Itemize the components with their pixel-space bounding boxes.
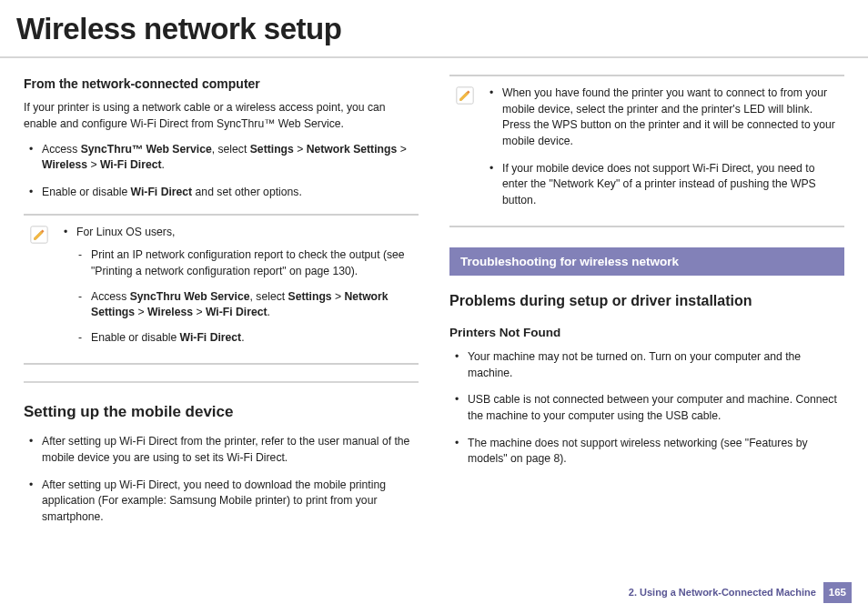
list-item: Print an IP network configuration report… — [76, 247, 413, 279]
intro-paragraph: If your printer is using a network cable… — [24, 100, 419, 132]
text-bold: Wireless — [42, 158, 87, 171]
page-title: Wireless network setup — [0, 0, 868, 58]
text-bold: SyncThru™ Web Service — [81, 143, 212, 156]
right-column: When you have found the printer you want… — [449, 75, 844, 537]
note-content: When you have found the printer you want… — [484, 86, 839, 220]
list-item: When you have found the printer you want… — [484, 86, 839, 150]
text-bold: Network Settings — [307, 143, 398, 156]
text: . — [267, 306, 270, 318]
text: Enable or disable — [42, 186, 131, 198]
list-item: For Linux OS users, Print an IP network … — [58, 225, 413, 347]
page-footer: 2. Using a Network-Connected Machine 165 — [629, 582, 852, 603]
list-item: After setting up Wi-Fi Direct, you need … — [24, 478, 419, 526]
text-bold: Wi-Fi Direct — [180, 331, 242, 344]
note-content: For Linux OS users, Print an IP network … — [58, 225, 413, 357]
text: > — [397, 143, 407, 156]
list-item: Your machine may not be turned on. Turn … — [449, 349, 844, 381]
note-box-mobile: When you have found the printer you want… — [449, 75, 844, 227]
list-item: Access SyncThru™ Web Service, select Set… — [24, 142, 419, 174]
text: . — [241, 331, 244, 344]
text-bold: Settings — [250, 143, 294, 156]
text-bold: Wi-Fi Direct — [100, 158, 162, 171]
section-banner-troubleshooting: Troubleshooting for wireless network — [449, 247, 844, 277]
pencil-note-icon — [29, 225, 49, 245]
text-bold: Wi-Fi Direct — [131, 186, 193, 198]
heading-problems: Problems during setup or driver installa… — [449, 290, 844, 311]
text: For Linux OS users, — [76, 226, 175, 238]
text: > — [87, 158, 100, 171]
list-item: USB cable is not connected between your … — [449, 392, 844, 424]
heading-mobile-device: Setting up the mobile device — [24, 381, 419, 424]
text: > — [193, 306, 206, 318]
content-columns: From the network-connected computer If y… — [0, 58, 868, 537]
pencil-note-icon — [455, 86, 475, 106]
list-item: Enable or disable Wi-Fi Direct and set o… — [24, 185, 419, 201]
text: and set other options. — [192, 186, 302, 198]
text: Access — [42, 143, 81, 156]
text: Access — [91, 290, 130, 303]
text: Enable or disable — [91, 331, 180, 344]
problems-list: Your machine may not be turned on. Turn … — [449, 349, 844, 468]
list-item: The machine does not support wireless ne… — [449, 436, 844, 468]
text-bold: Settings — [288, 290, 332, 303]
text: > — [135, 306, 147, 318]
list-item: If your mobile device does not support W… — [484, 161, 839, 209]
text: > — [294, 143, 307, 156]
text-bold: Wi-Fi Direct — [206, 306, 267, 318]
text-bold: SyncThru Web Service — [130, 290, 250, 303]
page-number: 165 — [823, 582, 852, 603]
list-item: After setting up Wi-Fi Direct from the p… — [24, 434, 419, 466]
mobile-list: After setting up Wi-Fi Direct from the p… — [24, 434, 419, 525]
chapter-label: 2. Using a Network-Connected Machine — [629, 586, 816, 600]
heading-from-computer: From the network-connected computer — [24, 75, 419, 93]
text: , select — [212, 143, 250, 156]
text: , select — [250, 290, 288, 303]
text: > — [332, 290, 345, 303]
heading-printers-not-found: Printers Not Found — [449, 324, 844, 342]
text: . — [162, 158, 165, 171]
list-item: Access SyncThru Web Service, select Sett… — [76, 289, 413, 321]
left-column: From the network-connected computer If y… — [24, 75, 419, 537]
note-box-linux: For Linux OS users, Print an IP network … — [24, 214, 419, 365]
text-bold: Wireless — [147, 306, 193, 318]
list-item: Enable or disable Wi-Fi Direct. — [76, 330, 413, 347]
steps-list: Access SyncThru™ Web Service, select Set… — [24, 142, 419, 201]
